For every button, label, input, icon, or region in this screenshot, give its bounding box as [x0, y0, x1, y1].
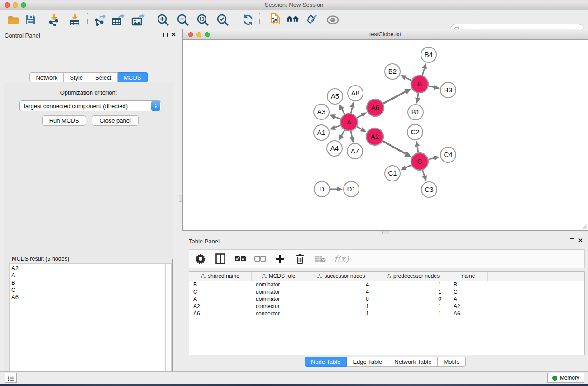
edge-A-A1[interactable] [330, 125, 341, 129]
delete-table-icon[interactable] [314, 253, 326, 265]
save-session-icon[interactable] [24, 13, 37, 27]
node-C2[interactable]: C2 [407, 124, 423, 140]
hide-graphics-details-icon[interactable] [306, 13, 320, 27]
table-row[interactable]: A6connector11A6 [189, 310, 584, 317]
edge-A-A3[interactable] [330, 114, 341, 119]
node-B1[interactable]: B1 [408, 105, 423, 120]
tab-network-table[interactable]: Network Table [388, 357, 438, 367]
result-item[interactable]: B [11, 279, 165, 286]
refresh-icon[interactable] [241, 13, 255, 27]
node-A5[interactable]: A5 [327, 89, 343, 104]
node-A1[interactable]: A1 [314, 125, 329, 140]
table-row[interactable]: A2connector11A2 [189, 303, 584, 310]
export-image-icon[interactable] [131, 13, 145, 27]
home-icon[interactable] [286, 13, 300, 27]
edge-A-A2[interactable] [357, 127, 366, 132]
export-table-icon[interactable] [111, 13, 125, 27]
zoom-fit-icon[interactable] [196, 13, 210, 27]
show-graphics-details-icon[interactable] [326, 13, 339, 27]
open-file-icon[interactable] [7, 13, 20, 27]
new-network-from-selection-icon[interactable] [269, 13, 282, 27]
vertical-splitter-handle[interactable] [179, 195, 182, 202]
edge-A-A7[interactable] [349, 131, 354, 143]
edge-A2-C[interactable] [382, 141, 411, 157]
close-panel-button[interactable]: Close panel [92, 115, 139, 126]
tab-select[interactable]: Select [89, 72, 118, 82]
tab-node-table[interactable]: Node Table [305, 357, 347, 367]
task-history-button[interactable] [5, 373, 17, 383]
edge-C-C4[interactable] [428, 156, 440, 161]
node-C[interactable]: C [411, 153, 428, 170]
node-A[interactable]: A [340, 114, 358, 131]
column-header-shared-name[interactable]: shared name [189, 272, 252, 281]
zoom-in-icon[interactable] [156, 13, 170, 27]
add-column-icon[interactable] [274, 253, 286, 265]
node-A2[interactable]: A2 [366, 128, 383, 145]
float-panel-icon[interactable] [163, 33, 168, 37]
edge-B-B3[interactable] [429, 85, 440, 90]
result-list-scrollbar[interactable] [165, 263, 172, 386]
node-C4[interactable]: C4 [440, 147, 456, 162]
tab-motifs[interactable]: Motifs [438, 357, 466, 367]
edge-B-B1[interactable] [415, 93, 420, 104]
edge-B-B4[interactable] [422, 63, 427, 76]
run-mcds-button[interactable]: Run MCDS [42, 115, 86, 126]
network-canvas[interactable]: B4B2BB3A5A8A6B1A3AA1C2A4A7A2CC4C1C3DD1 [183, 40, 587, 230]
result-item[interactable]: A [11, 272, 165, 279]
select-all-icon[interactable] [234, 253, 246, 265]
node-C1[interactable]: C1 [385, 166, 400, 181]
table-row[interactable]: Cdominator41C [189, 288, 584, 295]
column-header-name[interactable]: name [449, 272, 488, 281]
column-header-predecessor-nodes[interactable]: predecessor nodes [377, 272, 449, 281]
node-B4[interactable]: B4 [421, 47, 436, 62]
node-D1[interactable]: D1 [344, 181, 359, 197]
criterion-dropdown[interactable]: largest connected component (directed) ▲… [19, 100, 161, 111]
edge-D-D1[interactable] [330, 186, 343, 191]
edge-B-B2[interactable] [400, 75, 411, 81]
deselect-all-icon[interactable] [254, 253, 266, 265]
edge-C-C1[interactable] [400, 165, 411, 170]
node-B[interactable]: B [411, 76, 428, 93]
delete-column-icon[interactable] [294, 253, 306, 265]
node-A7[interactable]: A7 [347, 143, 363, 159]
zoom-selected-icon[interactable] [216, 13, 229, 27]
tab-network[interactable]: Network [29, 72, 64, 82]
edge-A6-B[interactable] [383, 89, 411, 104]
close-panel-icon[interactable]: ✕ [171, 31, 176, 38]
network-window-titlebar[interactable]: testGlobe.txt [183, 29, 588, 40]
import-network-icon[interactable] [47, 13, 61, 27]
node-table[interactable]: shared nameMCDS rolesuccessor nodesprede… [189, 271, 585, 355]
table-row[interactable]: Bdominator41B [189, 281, 584, 288]
column-header-mcds-role[interactable]: MCDS role [252, 272, 306, 281]
memory-button[interactable]: Memory [547, 373, 584, 383]
node-C3[interactable]: C3 [421, 182, 437, 197]
float-table-panel-icon[interactable] [570, 238, 574, 243]
node-B3[interactable]: B3 [440, 82, 456, 98]
node-A3[interactable]: A3 [314, 104, 329, 119]
edge-A-A4[interactable] [339, 130, 344, 141]
result-item[interactable]: A2 [11, 265, 165, 272]
zoom-out-icon[interactable] [176, 13, 190, 27]
table-row[interactable]: Adominator80A [189, 295, 584, 303]
result-item[interactable]: C [11, 286, 165, 294]
table-settings-icon[interactable] [195, 253, 206, 265]
node-A4[interactable]: A4 [327, 141, 342, 156]
node-A8[interactable]: A8 [348, 86, 363, 101]
tab-style[interactable]: Style [64, 72, 89, 82]
tab-edge-table[interactable]: Edge Table [347, 357, 388, 367]
tab-mcds[interactable]: MCDS [118, 72, 147, 82]
edge-A-A5[interactable] [339, 104, 344, 114]
import-table-icon[interactable] [68, 13, 81, 27]
resize-grip-icon[interactable] [581, 224, 587, 230]
function-builder-icon[interactable]: f(x) [334, 254, 349, 264]
column-layout-icon[interactable] [215, 253, 226, 265]
edge-A-A8[interactable] [350, 102, 355, 114]
mcds-result-list[interactable]: A2ABCA6 [9, 263, 165, 386]
horizontal-splitter-handle[interactable] [382, 231, 389, 234]
node-D[interactable]: D [314, 181, 330, 197]
edge-C-C3[interactable] [422, 170, 427, 181]
close-table-panel-icon[interactable]: ✕ [578, 237, 583, 244]
result-item[interactable]: A6 [11, 294, 165, 301]
column-header-successor-nodes[interactable]: successor nodes [306, 272, 377, 281]
node-A6[interactable]: A6 [367, 99, 384, 116]
